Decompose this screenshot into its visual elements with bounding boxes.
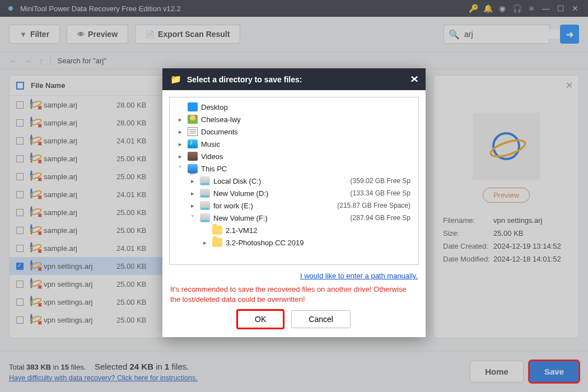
ok-button[interactable]: OK <box>237 310 283 328</box>
folder-icon <box>212 226 222 235</box>
free-space: (287.94 GB Free Sp <box>351 214 414 222</box>
free-space: (133.34 GB Free Sp <box>351 189 414 197</box>
expand-icon[interactable]: ▸ <box>176 153 184 160</box>
tree-label: Local Disk (C:) <box>213 177 261 185</box>
cancel-button[interactable]: Cancel <box>291 310 351 328</box>
tree-label: Chelsea-lwy <box>201 115 241 124</box>
free-space: (215.87 GB Free Space) <box>337 202 414 209</box>
tree-item[interactable]: ▸Chelsea-lwy <box>172 113 416 125</box>
tree-label: Music <box>201 140 220 148</box>
doc-icon <box>188 127 198 136</box>
expand-icon[interactable]: ▸ <box>189 190 197 197</box>
folder-icon <box>212 238 222 247</box>
save-directory-modal: 📁 Select a directory to save files: ✕ De… <box>162 68 426 337</box>
expand-icon[interactable]: ˅ <box>189 214 197 222</box>
expand-icon[interactable]: ▸ <box>176 141 184 148</box>
tree-item[interactable]: ▸New Volume (D:)(133.34 GB Free Sp <box>172 187 416 199</box>
expand-icon[interactable]: ▸ <box>189 202 197 209</box>
tree-label: 2.1-VM12 <box>226 226 257 235</box>
expand-icon[interactable]: ▸ <box>176 128 184 136</box>
folder-search-icon: 📁 <box>170 74 181 85</box>
tree-item[interactable]: ˅This PC <box>172 162 416 175</box>
tree-item[interactable]: 2.1-VM12 <box>172 224 416 236</box>
tree-label: for work (E:) <box>213 202 253 210</box>
video-icon <box>188 152 198 161</box>
directory-tree[interactable]: Desktop▸Chelsea-lwy▸Documents▸Music▸Vide… <box>169 97 419 265</box>
tree-item[interactable]: ▸Videos <box>172 150 416 162</box>
tree-label: This PC <box>201 165 227 173</box>
music-icon <box>188 139 198 148</box>
tree-item[interactable]: ▸3.2-Photoshop CC 2019 <box>172 236 416 249</box>
tree-item[interactable]: ▸for work (E:)(215.87 GB Free Space) <box>172 199 416 212</box>
tree-label: New Volume (F:) <box>213 214 268 222</box>
free-space: (359.02 GB Free Sp <box>351 177 414 185</box>
expand-icon[interactable]: ▸ <box>201 239 209 246</box>
desktop-icon <box>188 102 198 111</box>
disk-icon <box>200 213 210 222</box>
tree-item[interactable]: ▸Documents <box>172 125 416 138</box>
tree-label: 3.2-Photoshop CC 2019 <box>226 239 304 247</box>
expand-icon[interactable]: ˅ <box>176 165 184 172</box>
tree-label: Desktop <box>201 103 228 111</box>
disk-icon <box>200 201 210 210</box>
user-icon <box>188 115 198 124</box>
tree-item[interactable]: Desktop <box>172 101 416 113</box>
tree-label: New Volume (D:) <box>213 189 268 198</box>
tree-item[interactable]: ▸Music <box>172 138 416 150</box>
disk-icon <box>200 176 210 185</box>
tree-label: Documents <box>201 128 238 136</box>
manual-path-link[interactable]: I would like to enter a path manually. <box>300 272 418 280</box>
expand-icon[interactable]: ▸ <box>176 116 184 123</box>
tree-item[interactable]: ▸Local Disk (C:)(359.02 GB Free Sp <box>172 175 416 187</box>
pc-icon <box>188 164 198 173</box>
tree-label: Videos <box>201 152 223 161</box>
warning-text: It's recommended to save the recovered f… <box>162 284 426 310</box>
modal-close-icon[interactable]: ✕ <box>410 74 419 85</box>
modal-titlebar: 📁 Select a directory to save files: ✕ <box>162 68 426 90</box>
tree-item[interactable]: ˅New Volume (F:)(287.94 GB Free Sp <box>172 212 416 224</box>
expand-icon[interactable]: ▸ <box>189 178 197 185</box>
disk-icon <box>200 189 210 198</box>
